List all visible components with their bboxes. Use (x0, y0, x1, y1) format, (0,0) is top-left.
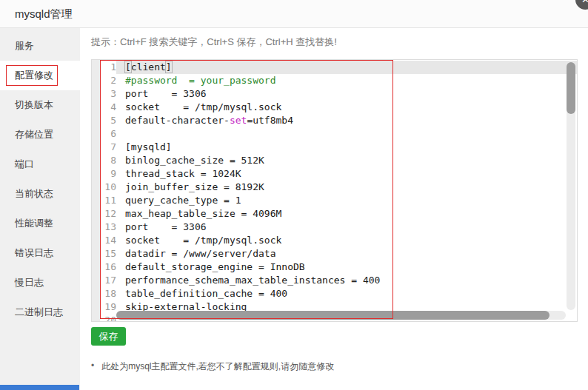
line-number: 6 (100, 127, 116, 141)
line-number: 11 (100, 194, 116, 207)
code-segment-default: thread_stack = 1024K (125, 168, 241, 179)
config-warning-note: • 此处为mysql主配置文件,若您不了解配置规则,请勿随意修改 (91, 360, 334, 373)
sidebar-item-慢日志[interactable]: 慢日志 (0, 268, 80, 297)
line-number: 1 (100, 61, 116, 74)
line-code[interactable]: default-character-set=utf8mb4 (116, 114, 577, 127)
sidebar-item-配置修改[interactable]: 配置修改 (0, 61, 80, 90)
close-icon[interactable]: ✕ (575, 0, 588, 10)
sidebar-nav: 服务配置修改切换版本存储位置端口当前状态性能调整错误日志慢日志二进制日志 (0, 28, 80, 390)
line-code[interactable]: thread_stack = 1024K (116, 167, 577, 181)
line-code[interactable]: binlog_cache_size = 512K (116, 154, 577, 167)
line-number: 20 (100, 314, 116, 322)
line-code[interactable]: join_buffer_size = 8192K (116, 181, 577, 194)
line-number: 15 (100, 247, 116, 260)
editor-line: 9thread_stack = 1024K (100, 167, 577, 181)
code-segment-default: [mysqld] (125, 141, 172, 152)
editor-line: 2#password = your_password (100, 74, 577, 87)
editor-line: 3port = 3306 (100, 87, 577, 101)
code-segment-default: table_definition_cache = 400 (125, 288, 287, 299)
code-segment-keyword: set (230, 115, 247, 126)
code-segment-bracket: ] (166, 61, 172, 73)
line-code[interactable]: [client] (116, 61, 577, 74)
editor-line: 11query_cache_type = 1 (100, 194, 577, 207)
horizontal-scrollbar[interactable] (116, 311, 566, 320)
vertical-scrollbar[interactable] (567, 61, 575, 310)
line-number: 13 (100, 221, 116, 234)
code-segment-default: port = 3306 (125, 88, 207, 99)
line-code[interactable]: table_definition_cache = 400 (116, 287, 577, 300)
sidebar-item-性能调整[interactable]: 性能调整 (0, 209, 80, 238)
line-code[interactable]: socket = /tmp/mysql.sock (116, 234, 577, 247)
editor-line: 4socket = /tmp/mysql.sock (100, 101, 577, 114)
line-number: 18 (100, 287, 116, 300)
editor-line: 14socket = /tmp/mysql.sock (100, 234, 577, 247)
sidebar-item-存储位置[interactable]: 存储位置 (0, 120, 80, 149)
editor-line: 8binlog_cache_size = 512K (100, 154, 577, 167)
line-code[interactable]: #password = your_password (116, 74, 577, 87)
line-number: 17 (100, 274, 116, 287)
code-segment-default: performance_schema_max_table_instances =… (125, 275, 380, 286)
code-segment-default: socket = /tmp/mysql.sock (125, 101, 281, 112)
config-code-editor[interactable]: 1[client]2#password = your_password3port… (91, 59, 578, 322)
sidebar-item-二进制日志[interactable]: 二进制日志 (0, 297, 80, 327)
sidebar-item-切换版本[interactable]: 切换版本 (0, 90, 80, 120)
editor-line: 15datadir = /www/server/data (100, 247, 577, 260)
background-blue-strip (0, 385, 79, 390)
code-segment-default: query_cache_type = 1 (125, 195, 241, 206)
line-number: 7 (100, 141, 116, 154)
editor-line: 7[mysqld] (100, 141, 577, 154)
line-number: 14 (100, 234, 116, 247)
line-code[interactable]: performance_schema_max_table_instances =… (116, 274, 577, 287)
mysqld-manage-dialog: mysqld管理 ✕ 服务配置修改切换版本存储位置端口当前状态性能调整错误日志慢… (0, 0, 588, 390)
sidebar-item-当前状态[interactable]: 当前状态 (0, 179, 80, 209)
line-code[interactable]: port = 3306 (116, 87, 577, 101)
line-code[interactable]: port = 3306 (116, 221, 577, 234)
code-segment-comment: #password = your_password (125, 75, 276, 86)
code-segment-default: default_storage_engine = InnoDB (125, 261, 305, 272)
line-code[interactable] (116, 127, 577, 141)
line-number: 8 (100, 154, 116, 167)
sidebar-red-annotation (6, 65, 58, 86)
code-segment-default: default-character- (125, 115, 230, 126)
line-code[interactable]: query_cache_type = 1 (116, 194, 577, 207)
line-number: 9 (100, 167, 116, 181)
editor-rows: 1[client]2#password = your_password3port… (100, 61, 577, 322)
save-button[interactable]: 保存 (91, 327, 126, 346)
line-number: 5 (100, 114, 116, 127)
line-number: 3 (100, 87, 116, 101)
horizontal-scrollbar-thumb[interactable] (116, 311, 549, 320)
code-segment-default: =utf8mb4 (247, 115, 293, 126)
sidebar-item-错误日志[interactable]: 错误日志 (0, 238, 80, 268)
line-number: 2 (100, 74, 116, 87)
line-code[interactable]: [mysqld] (116, 141, 577, 154)
sidebar-item-服务[interactable]: 服务 (0, 31, 80, 61)
code-segment-default: datadir = /www/server/data (125, 248, 276, 259)
editor-line: 10join_buffer_size = 8192K (100, 181, 577, 194)
editor-line: 18table_definition_cache = 400 (100, 287, 577, 300)
editor-gutter-strip (92, 60, 100, 321)
line-code[interactable]: datadir = /www/server/data (116, 247, 577, 260)
page-title: mysqld管理 (15, 0, 73, 28)
editor-line: 13port = 3306 (100, 221, 577, 234)
bullet-icon: • (91, 360, 94, 371)
dialog-header: mysqld管理 ✕ (0, 0, 588, 28)
vertical-scrollbar-thumb[interactable] (567, 62, 575, 114)
line-number: 19 (100, 300, 116, 314)
editor-line: 1[client] (100, 61, 577, 74)
line-code[interactable]: max_heap_table_size = 4096M (116, 207, 577, 221)
editor-line: 17performance_schema_max_table_instances… (100, 274, 577, 287)
editor-line: 16default_storage_engine = InnoDB (100, 260, 577, 274)
line-number: 4 (100, 101, 116, 114)
code-segment-default: binlog_cache_size = 512K (125, 155, 264, 166)
editor-hint-text: 提示：Ctrl+F 搜索关键字，Ctrl+S 保存，Ctrl+H 查找替换! (91, 36, 337, 49)
sidebar-item-端口[interactable]: 端口 (0, 149, 80, 179)
code-segment-default: join_buffer_size = 8192K (125, 181, 264, 192)
code-segment-bracket: [ (125, 61, 131, 73)
config-warning-text: 此处为mysql主配置文件,若您不了解配置规则,请勿随意修改 (101, 360, 334, 373)
code-segment-default: client (131, 61, 166, 73)
code-segment-default: port = 3306 (125, 221, 207, 232)
line-code[interactable]: default_storage_engine = InnoDB (116, 260, 577, 274)
line-code[interactable]: socket = /tmp/mysql.sock (116, 101, 577, 114)
editor-line: 12max_heap_table_size = 4096M (100, 207, 577, 221)
code-segment-default: socket = /tmp/mysql.sock (125, 235, 281, 246)
